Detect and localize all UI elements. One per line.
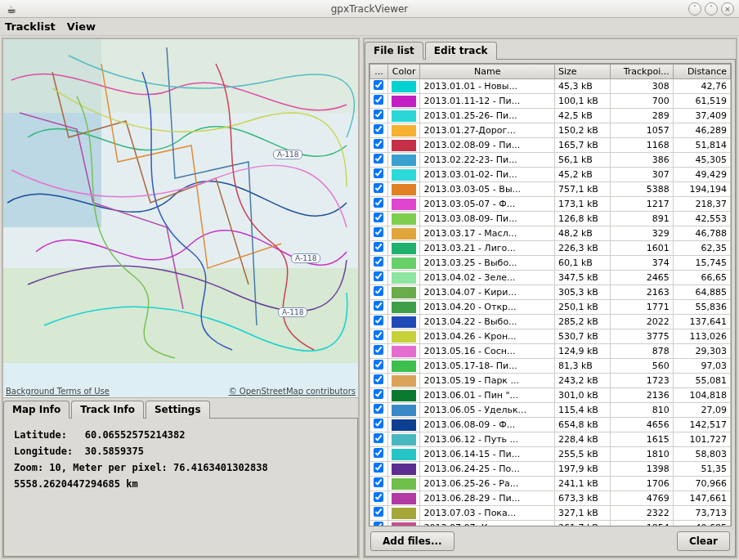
- menu-view[interactable]: View: [67, 20, 96, 33]
- table-row[interactable]: 2013.03.08-09- Пи...126,8 kB89142,553: [370, 212, 731, 226]
- cell-distance: 104,818: [673, 388, 730, 403]
- table-row[interactable]: 2013.06.14-15 - Пи...255,5 kB181058,803: [370, 447, 731, 462]
- row-checkbox[interactable]: [374, 360, 383, 370]
- table-row[interactable]: 2013.06.05 - Удельк...115,4 kB81027,09: [370, 403, 731, 418]
- table-row[interactable]: 2013.06.08-09 - Ф...654,8 kB4656142,517: [370, 418, 731, 432]
- row-checkbox[interactable]: [374, 330, 383, 340]
- col-color[interactable]: Color: [387, 65, 419, 79]
- clear-button[interactable]: Clear: [677, 531, 730, 551]
- table-row[interactable]: 2013.05.19 - Парк ...243,2 kB172355,081: [370, 374, 731, 388]
- row-checkbox[interactable]: [374, 80, 383, 90]
- row-checkbox[interactable]: [374, 95, 383, 105]
- cell-trackpoints: 289: [610, 109, 673, 123]
- row-checkbox[interactable]: [374, 286, 383, 296]
- row-checkbox[interactable]: [374, 433, 383, 443]
- table-row[interactable]: 2013.06.01 - Пин "...301,0 kB2136104,818: [370, 388, 731, 403]
- col-size[interactable]: Size: [554, 65, 610, 79]
- tab-edit-track[interactable]: Edit track: [425, 42, 497, 60]
- row-checkbox[interactable]: [374, 389, 383, 399]
- row-checkbox[interactable]: [374, 183, 383, 193]
- map-canvas[interactable]: A-118 A-118 A-118 Background Terms of Us…: [3, 39, 358, 398]
- table-row[interactable]: 2013.06.28-29 - Пи...673,3 kB4769147,661: [370, 491, 731, 506]
- menu-tracklist[interactable]: Tracklist: [5, 20, 56, 33]
- col-check[interactable]: ...: [370, 65, 388, 79]
- table-row[interactable]: 2013.01.25-26- Пи...42,5 kB28937,409: [370, 109, 731, 123]
- col-name[interactable]: Name: [420, 65, 555, 79]
- row-checkbox[interactable]: [374, 242, 383, 252]
- track-table-scroll[interactable]: ... Color Name Size Trackpoi... Distance…: [370, 64, 731, 526]
- cell-distance: 142,517: [673, 418, 730, 432]
- row-checkbox[interactable]: [374, 522, 383, 526]
- row-checkbox[interactable]: [374, 316, 383, 325]
- row-checkbox[interactable]: [374, 477, 383, 487]
- cell-trackpoints: 5388: [610, 182, 673, 197]
- cell-trackpoints: 2022: [610, 315, 673, 329]
- table-row[interactable]: 2013.05.17-18- Пи...81,3 kB56097,03: [370, 359, 731, 374]
- color-swatch: [392, 419, 416, 431]
- table-row[interactable]: 2013.03.05-07 - Ф...173,1 kB1217218,37: [370, 197, 731, 212]
- row-checkbox[interactable]: [374, 404, 383, 414]
- table-row[interactable]: 2013.03.17 - Масл...48,2 kB32946,788: [370, 226, 731, 241]
- maximize-button[interactable]: ˆ: [705, 2, 718, 16]
- table-row[interactable]: 2013.06.25-26 - Ра...241,1 kB170670,966: [370, 477, 731, 491]
- tab-track-info[interactable]: Track Info: [71, 401, 144, 419]
- table-row[interactable]: 2013.04.22 - Выбо...285,2 kB2022137,641: [370, 315, 731, 329]
- table-row[interactable]: 2013.03.21 - Лиго...226,3 kB160162,35: [370, 241, 731, 256]
- tab-settings[interactable]: Settings: [146, 401, 210, 419]
- color-swatch: [392, 213, 416, 225]
- table-row[interactable]: 2013.06.24-25 - По...197,9 kB139851,35: [370, 462, 731, 477]
- table-row[interactable]: 2013.02.22-23- Пи...56,1 kB38645,305: [370, 153, 731, 168]
- map-terms-link[interactable]: Background Terms of Use: [6, 387, 110, 396]
- tab-file-list[interactable]: File list: [365, 42, 423, 60]
- cell-size: 347,5 kB: [554, 271, 610, 285]
- row-checkbox[interactable]: [374, 345, 383, 355]
- row-checkbox[interactable]: [374, 492, 383, 502]
- table-row[interactable]: 2013.01.01 - Новы...45,3 kB30842,76: [370, 79, 731, 94]
- cell-size: 305,3 kB: [554, 285, 610, 300]
- table-row[interactable]: 2013.01.11-12 - Пи...100,1 kB70061,519: [370, 94, 731, 109]
- cell-distance: 40,685: [673, 521, 730, 526]
- table-row[interactable]: 2013.02.08-09 - Пи...165,7 kB116851,814: [370, 138, 731, 153]
- row-checkbox[interactable]: [374, 448, 383, 458]
- table-row[interactable]: 2013.04.07 - Кири...305,3 kB216364,885: [370, 285, 731, 300]
- table-row[interactable]: 2013.07.03 - Пока...327,1 kB232273,713: [370, 506, 731, 521]
- table-row[interactable]: 2013.04.20 - Откр...250,1 kB177155,836: [370, 300, 731, 315]
- row-checkbox[interactable]: [374, 301, 383, 311]
- table-row[interactable]: 2013.06.12 - Путь ...228,4 kB1615101,727: [370, 432, 731, 447]
- cell-distance: 15,745: [673, 256, 730, 271]
- table-row[interactable]: 2013.03.01-02- Пи...45,2 kB30749,429: [370, 168, 731, 182]
- row-checkbox[interactable]: [374, 124, 383, 134]
- row-checkbox[interactable]: [374, 374, 383, 384]
- row-checkbox[interactable]: [374, 154, 383, 164]
- table-row[interactable]: 2013.07.07- Кузне...261,7 kB185440,685: [370, 521, 731, 526]
- cell-size: 48,2 kB: [554, 226, 610, 241]
- row-checkbox[interactable]: [374, 168, 383, 178]
- cell-size: 530,7 kB: [554, 329, 610, 344]
- col-trackpoints[interactable]: Trackpoi...: [610, 65, 673, 79]
- row-checkbox[interactable]: [374, 139, 383, 149]
- row-checkbox[interactable]: [374, 198, 383, 208]
- table-row[interactable]: 2013.04.26 - Крон...530,7 kB3775113,026: [370, 329, 731, 344]
- table-row[interactable]: 2013.03.03-05 - Вы...757,1 kB5388194,194: [370, 182, 731, 197]
- tab-map-info[interactable]: Map Info: [3, 401, 69, 419]
- table-row[interactable]: 2013.05.16 - Сосн...124,9 kB87829,303: [370, 344, 731, 359]
- table-row[interactable]: 2013.04.02 - Зеле...347,5 kB246566,65: [370, 271, 731, 285]
- row-checkbox[interactable]: [374, 257, 383, 267]
- close-button[interactable]: ×: [721, 2, 734, 16]
- minimize-button[interactable]: ˇ: [688, 2, 701, 16]
- table-row[interactable]: 2013.03.25 - Выбо...60,1 kB37415,745: [370, 256, 731, 271]
- row-checkbox[interactable]: [374, 271, 383, 281]
- row-checkbox[interactable]: [374, 213, 383, 222]
- cell-size: 757,1 kB: [554, 182, 610, 197]
- table-row[interactable]: 2013.01.27-Дорог...150,2 kB105746,289: [370, 123, 731, 138]
- add-files-button[interactable]: Add files...: [370, 531, 455, 551]
- row-checkbox[interactable]: [374, 110, 383, 119]
- cell-trackpoints: 329: [610, 226, 673, 241]
- color-swatch: [392, 302, 416, 313]
- row-checkbox[interactable]: [374, 463, 383, 473]
- cell-trackpoints: 1723: [610, 374, 673, 388]
- col-distance[interactable]: Distance: [673, 65, 730, 79]
- row-checkbox[interactable]: [374, 227, 383, 237]
- row-checkbox[interactable]: [374, 507, 383, 517]
- row-checkbox[interactable]: [374, 419, 383, 428]
